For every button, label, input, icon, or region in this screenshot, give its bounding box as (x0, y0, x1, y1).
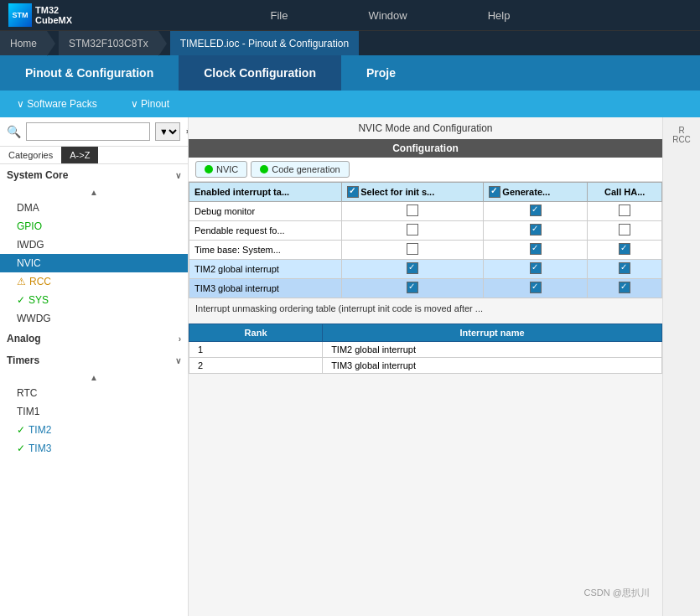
checked-icon-7[interactable] (619, 262, 630, 274)
row-name: Debug monitor (189, 202, 342, 221)
col-header-select: Select for init s... (342, 183, 484, 202)
menu-file[interactable]: File (264, 6, 295, 25)
sidebar-tab-az[interactable]: A->Z (61, 147, 98, 163)
sidebar-group-header-analog[interactable]: Analog › (0, 328, 188, 349)
breadcrumb-bar: Home STM32F103C8Tx TIMELED.ioc - Pinout … (0, 30, 700, 55)
menu-help[interactable]: Help (481, 6, 517, 25)
row-name: TIM3 global interrupt (189, 279, 342, 298)
nvic-dot (205, 165, 213, 173)
sidebar-group-header-system-core[interactable]: System Core ∨ (0, 164, 188, 186)
checked-icon-2[interactable] (530, 224, 542, 236)
table-row: TIM2 global interrupt (189, 260, 662, 279)
checked-icon-9[interactable] (530, 282, 542, 293)
generate-all-checkbox[interactable] (489, 186, 500, 198)
row-call-ha[interactable] (588, 241, 662, 260)
sub-menu-pinout[interactable]: ∨ Pinout (131, 98, 169, 110)
row-select-init[interactable] (342, 279, 484, 298)
sidebar-item-tim2[interactable]: ✓ TIM2 (0, 421, 188, 439)
rank-number: 1 (189, 342, 323, 358)
filter-select[interactable]: ▼ (155, 122, 180, 141)
row-generate[interactable] (484, 279, 588, 298)
chevron-right-icon: › (179, 334, 181, 344)
scroll-up-btn[interactable]: ▲ (0, 186, 188, 199)
config-tab-code-gen[interactable]: Code generation (251, 161, 349, 178)
chevron-down-icon-2: ∨ (175, 356, 181, 365)
side-label-r: R (678, 126, 684, 135)
sidebar-item-rcc[interactable]: ⚠ RCC (0, 272, 188, 291)
sub-menu-bar: ∨ Software Packs ∨ Pinout (0, 91, 700, 117)
logo-text: TM32 CubeMX (35, 5, 72, 25)
row-call-ha[interactable] (588, 279, 662, 298)
row-select-init[interactable] (342, 241, 484, 260)
rank-col-header: Rank (189, 324, 323, 342)
sidebar-item-wwdg[interactable]: WWDG (0, 309, 188, 328)
row-generate[interactable] (484, 202, 588, 221)
sidebar-item-tim1[interactable]: TIM1 (0, 402, 188, 421)
sidebar-group-header-timers[interactable]: Timers ∨ (0, 349, 188, 371)
rank-row: 1 TIM2 global interrupt (189, 342, 662, 358)
search-input[interactable] (26, 122, 150, 141)
unchecked-icon[interactable] (407, 204, 418, 216)
sidebar-group-analog: Analog › (0, 328, 188, 349)
sub-menu-software-packs[interactable]: ∨ Software Packs (17, 98, 97, 110)
table-container: Enabled interrupt ta... Select for init … (189, 182, 662, 298)
menu-items: File Window Help (89, 6, 692, 25)
tab-clock[interactable]: Clock Configuration (179, 55, 341, 91)
rank-row: 2 TIM3 global interrupt (189, 358, 662, 374)
unchecked-icon-5[interactable] (407, 243, 418, 255)
menu-bar: STM TM32 CubeMX File Window Help (0, 0, 700, 30)
interrupt-note: Interrupt unmasking ordering table (inte… (189, 298, 662, 318)
checked-icon-8[interactable] (407, 282, 418, 293)
chevron-down-icon: ∨ (175, 171, 181, 180)
unchecked-icon-2[interactable] (619, 204, 630, 216)
search-icon: 🔍 (7, 125, 21, 138)
table-row: Time base: System... (189, 241, 662, 260)
tab-bar: Pinout & Configuration Clock Configurati… (0, 55, 700, 91)
row-generate[interactable] (484, 241, 588, 260)
config-tabs: NVIC Code generation (189, 158, 662, 182)
checked-icon-5[interactable] (407, 262, 418, 274)
breadcrumb-home[interactable]: Home (0, 31, 47, 55)
checked-icon-4[interactable] (619, 243, 630, 255)
sidebar-item-nvic[interactable]: NVIC (0, 254, 188, 272)
sidebar-tabs: Categories A->Z (0, 147, 188, 164)
col-header-interrupt: Enabled interrupt ta... (189, 183, 342, 202)
breadcrumb-device[interactable]: STM32F103C8Tx (59, 31, 158, 55)
menu-window[interactable]: Window (361, 6, 413, 25)
row-generate[interactable] (484, 221, 588, 241)
select-all-checkbox[interactable] (347, 186, 359, 198)
unchecked-icon-4[interactable] (619, 224, 630, 236)
sidebar-item-sys[interactable]: ✓ SYS (0, 291, 188, 309)
breadcrumb-project[interactable]: TIMELED.ioc - Pinout & Configuration (170, 31, 359, 55)
row-call-ha[interactable] (588, 221, 662, 241)
row-select-init[interactable] (342, 202, 484, 221)
table-row: Debug monitor (189, 202, 662, 221)
checked-icon-6[interactable] (530, 262, 542, 274)
timers-scroll-up-btn[interactable]: ▲ (0, 371, 188, 384)
panel-title: NVIC Mode and Configuration (189, 117, 662, 139)
unchecked-icon-3[interactable] (407, 224, 418, 236)
sidebar: 🔍 ▼ ⚙ Categories A->Z System Core ∨ ▲ DM… (0, 117, 189, 616)
config-table: Enabled interrupt ta... Select for init … (189, 182, 662, 298)
side-right-panel: R RCC (662, 117, 700, 616)
sidebar-item-tim3[interactable]: ✓ TIM3 (0, 439, 188, 458)
checked-icon[interactable] (530, 204, 542, 216)
sidebar-tab-categories[interactable]: Categories (0, 147, 61, 163)
row-generate[interactable] (484, 260, 588, 279)
sidebar-item-iwdg[interactable]: IWDG (0, 236, 188, 254)
interrupt-name: TIM2 global interrupt (323, 342, 662, 358)
tab-pinout[interactable]: Pinout & Configuration (0, 55, 179, 91)
config-tab-nvic[interactable]: NVIC (195, 161, 247, 178)
row-call-ha[interactable] (588, 202, 662, 221)
sidebar-item-rtc[interactable]: RTC (0, 384, 188, 402)
row-name: TIM2 global interrupt (189, 260, 342, 279)
tab-project[interactable]: Proje (341, 55, 421, 91)
checked-icon-3[interactable] (530, 243, 542, 255)
row-select-init[interactable] (342, 260, 484, 279)
row-call-ha[interactable] (588, 260, 662, 279)
checked-icon-10[interactable] (619, 282, 630, 293)
row-name: Time base: System... (189, 241, 342, 260)
sidebar-item-gpio[interactable]: GPIO (0, 217, 188, 236)
sidebar-item-dma[interactable]: DMA (0, 199, 188, 217)
row-select-init[interactable] (342, 221, 484, 241)
